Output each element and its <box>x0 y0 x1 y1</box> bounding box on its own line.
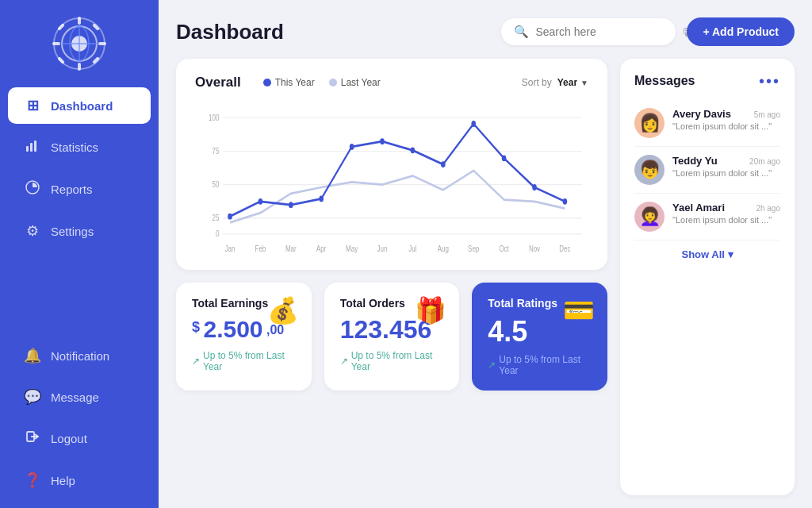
svg-text:Jun: Jun <box>377 244 388 254</box>
sidebar-item-statistics[interactable]: Statistics <box>8 129 151 166</box>
sort-value: Year <box>557 77 577 88</box>
show-all-button[interactable]: Show All ▾ <box>634 248 780 260</box>
sidebar-item-help[interactable]: ❓ Help <box>8 462 151 498</box>
svg-text:May: May <box>346 244 358 254</box>
reports-icon <box>24 180 41 198</box>
header: Dashboard 🔍 🎙 + Add Product <box>176 17 795 46</box>
sidebar: ⊞ Dashboard Statistics Reports ⚙ Setting… <box>0 0 159 508</box>
svg-point-49 <box>411 147 416 153</box>
trend-up-icon: ↗ <box>488 360 496 371</box>
avatar-avery: 👩 <box>634 108 665 138</box>
svg-text:25: 25 <box>213 213 220 223</box>
chevron-down-icon: ▼ <box>580 79 588 87</box>
svg-text:Feb: Feb <box>255 244 266 254</box>
svg-text:Jul: Jul <box>408 244 416 254</box>
header-actions: 🔍 🎙 + Add Product <box>501 17 795 46</box>
sidebar-item-label: Message <box>51 391 99 404</box>
sort-label: Sort by <box>522 77 552 88</box>
svg-rect-15 <box>30 143 33 152</box>
page-title: Dashboard <box>176 20 284 44</box>
msg-preview-avery: "Lorem ipsum dolor sit ..." <box>672 121 780 131</box>
legend-label-last-year: Last Year <box>341 77 381 88</box>
search-input[interactable] <box>535 25 674 38</box>
search-box[interactable]: 🔍 🎙 <box>501 18 676 45</box>
sidebar-logo <box>52 16 107 71</box>
sidebar-item-message[interactable]: 💬 Message <box>8 379 151 415</box>
stat-trend-orders: ↗ Up to 5% from Last Year <box>340 350 444 372</box>
legend-this-year: This Year <box>263 77 315 88</box>
msg-name-teddy: Teddy Yu <box>672 155 718 167</box>
messages-header: Messages ••• <box>634 73 780 89</box>
content-area: Overall This Year Last Year Sort by Year… <box>176 59 795 495</box>
chart-title: Overall <box>195 75 241 90</box>
svg-point-46 <box>319 196 324 202</box>
add-product-button[interactable]: + Add Product <box>687 17 795 46</box>
msg-time-yael: 2h ago <box>756 204 780 213</box>
msg-top-avery: Avery Davis 5m ago <box>672 108 780 120</box>
svg-text:0: 0 <box>216 229 219 239</box>
sidebar-item-logout[interactable]: Logout <box>8 420 151 457</box>
search-icon: 🔍 <box>514 25 529 39</box>
orders-icon: 🎁 <box>415 295 446 325</box>
svg-point-45 <box>289 202 293 208</box>
message-item-0[interactable]: 👩 Avery Davis 5m ago "Lorem ipsum dolor … <box>634 100 780 147</box>
msg-time-teddy: 20m ago <box>749 157 780 166</box>
msg-top-yael: Yael Amari 2h ago <box>672 202 780 214</box>
left-column: Overall This Year Last Year Sort by Year… <box>176 59 607 495</box>
message-item-1[interactable]: 👦 Teddy Yu 20m ago "Lorem ipsum dolor si… <box>634 147 780 194</box>
svg-point-47 <box>350 144 354 150</box>
sidebar-item-reports[interactable]: Reports <box>8 171 151 208</box>
svg-rect-9 <box>57 56 65 64</box>
legend-last-year: Last Year <box>329 77 381 88</box>
stat-card-earnings: Total Earnings 💰 $ 2.500 ,00 ↗ Up to 5% … <box>176 283 312 391</box>
svg-text:Dec: Dec <box>559 244 570 254</box>
trend-up-icon: ↗ <box>340 356 348 367</box>
message-item-2[interactable]: 👩‍🦱 Yael Amari 2h ago "Lorem ipsum dolor… <box>634 194 780 241</box>
dashboard-icon: ⊞ <box>24 97 41 114</box>
stat-card-ratings: Total Ratings 💳 4.5 ↗ Up to 5% from Last… <box>472 283 607 391</box>
settings-icon: ⚙ <box>24 222 41 240</box>
sidebar-item-settings[interactable]: ⚙ Settings <box>8 213 151 249</box>
svg-text:50: 50 <box>213 179 220 190</box>
chart-area: 100 75 50 25 0 Jan Feb Mar Apr May Jun J… <box>195 100 588 259</box>
svg-point-51 <box>471 121 476 127</box>
messages-menu-button[interactable]: ••• <box>759 73 780 89</box>
logout-icon <box>24 429 41 448</box>
svg-rect-16 <box>34 140 36 152</box>
msg-name-yael: Yael Amari <box>672 202 725 214</box>
svg-rect-7 <box>57 23 65 31</box>
message-icon: 💬 <box>24 388 41 406</box>
chart-card: Overall This Year Last Year Sort by Year… <box>176 59 607 270</box>
sidebar-item-dashboard[interactable]: ⊞ Dashboard <box>8 87 151 124</box>
stats-row: Total Earnings 💰 $ 2.500 ,00 ↗ Up to 5% … <box>176 283 607 391</box>
sidebar-item-label: Dashboard <box>51 99 113 113</box>
legend-label-this-year: This Year <box>275 77 315 88</box>
trend-text-ratings: Up to 5% from Last Year <box>499 354 592 376</box>
msg-preview-yael: "Lorem ipsum dolor sit ..." <box>672 215 780 225</box>
svg-rect-14 <box>26 146 29 152</box>
svg-text:100: 100 <box>209 112 219 122</box>
main-content: Dashboard 🔍 🎙 + Add Product Overall This… <box>159 0 812 508</box>
help-icon: ❓ <box>24 471 41 489</box>
avatar-teddy: 👦 <box>634 155 665 185</box>
svg-rect-6 <box>98 42 106 45</box>
svg-rect-3 <box>78 17 81 25</box>
svg-point-52 <box>502 155 507 161</box>
ratings-icon: 💳 <box>563 295 595 325</box>
sidebar-item-label: Help <box>51 474 75 487</box>
legend-dot-last-year <box>329 79 337 87</box>
msg-top-teddy: Teddy Yu 20m ago <box>672 155 780 167</box>
sidebar-item-notification[interactable]: 🔔 Notification <box>8 337 151 374</box>
svg-text:Aug: Aug <box>438 244 449 254</box>
messages-title: Messages <box>634 74 695 88</box>
earnings-amount: 2.500 <box>203 316 262 342</box>
earnings-icon: 💰 <box>267 295 299 325</box>
sidebar-item-label: Settings <box>51 225 94 238</box>
sidebar-item-label: Reports <box>51 183 93 196</box>
msg-preview-teddy: "Lorem ipsum dolor sit ..." <box>672 168 780 178</box>
sidebar-item-label: Notification <box>51 349 109 363</box>
sort-by-control[interactable]: Sort by Year ▼ <box>522 77 588 88</box>
svg-text:Oct: Oct <box>499 244 509 254</box>
svg-point-48 <box>380 138 385 144</box>
svg-text:75: 75 <box>213 145 220 156</box>
